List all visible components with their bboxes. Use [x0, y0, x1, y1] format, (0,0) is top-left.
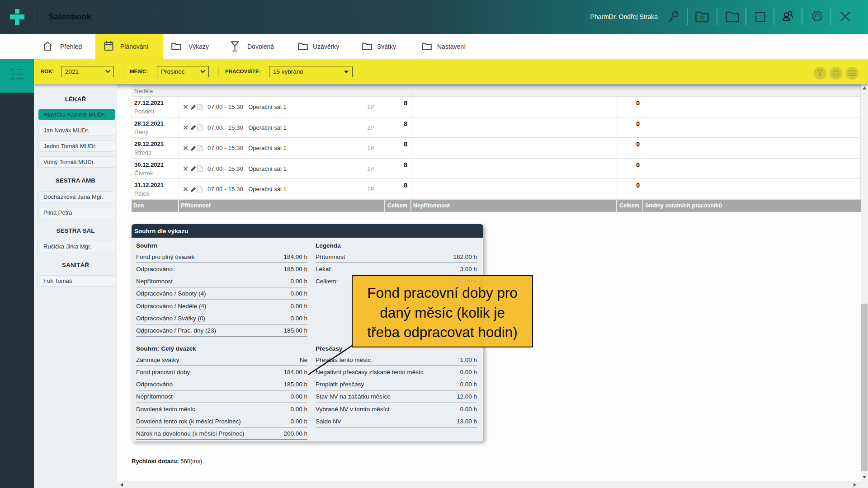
svg-text:N: N — [700, 15, 704, 20]
